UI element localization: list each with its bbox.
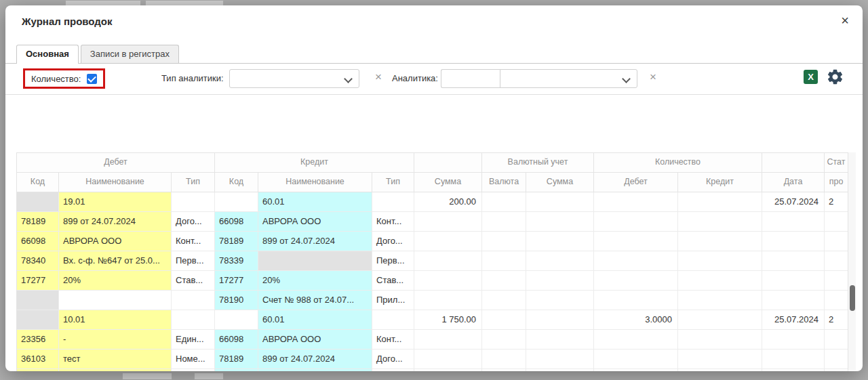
- table-cell[interactable]: [482, 271, 526, 291]
- tab-main[interactable]: Основная: [16, 45, 79, 64]
- table-cell[interactable]: Счет № 988 от 24.07...: [258, 291, 372, 310]
- table-cell[interactable]: 78189: [215, 350, 258, 369]
- table-cell[interactable]: [17, 291, 59, 310]
- table-cell[interactable]: 200.00: [414, 192, 482, 212]
- table-cell[interactable]: [526, 212, 594, 232]
- table-cell[interactable]: 66098: [215, 330, 258, 350]
- table-cell[interactable]: Дого...: [172, 212, 215, 232]
- table-row[interactable]: 7834278342 ПРХ №476 от 2...Парт...78340В…: [17, 369, 848, 371]
- table-cell[interactable]: [678, 192, 762, 212]
- table-cell[interactable]: 2: [825, 310, 848, 330]
- table-cell[interactable]: 10.01: [59, 310, 172, 330]
- table-cell[interactable]: [414, 350, 482, 369]
- table-cell[interactable]: [482, 232, 526, 251]
- table-row[interactable]: 78190Счет № 988 от 24.07...Прил...: [17, 291, 848, 310]
- table-cell[interactable]: 17277: [215, 271, 258, 291]
- table-cell[interactable]: [414, 369, 482, 371]
- table-cell[interactable]: [594, 291, 678, 310]
- table-cell[interactable]: [678, 271, 762, 291]
- table-row[interactable]: 36103тестНоме...78189899 от 24.07.2024До…: [17, 350, 848, 369]
- table-cell[interactable]: [594, 232, 678, 251]
- excel-export-button[interactable]: X: [804, 70, 818, 84]
- analytics-type-select[interactable]: [229, 69, 359, 88]
- vertical-scrollbar[interactable]: [848, 152, 856, 370]
- table-cell[interactable]: [414, 291, 482, 310]
- table-cell[interactable]: [825, 271, 848, 291]
- table-cell[interactable]: [678, 212, 762, 232]
- table-row[interactable]: 78340Вх. с-ф. №647 от 25.0...Перв...7833…: [17, 251, 848, 271]
- table-cell[interactable]: 78190: [215, 291, 258, 310]
- table-cell[interactable]: 3.0000: [594, 310, 678, 330]
- table-cell[interactable]: Став...: [372, 271, 414, 291]
- table-cell[interactable]: АВРОРА ООО: [59, 232, 172, 251]
- table-cell[interactable]: [594, 350, 678, 369]
- table-cell[interactable]: [215, 192, 258, 212]
- table-cell[interactable]: 78189: [17, 212, 59, 232]
- table-cell[interactable]: Парт...: [172, 369, 215, 371]
- table-cell[interactable]: [594, 251, 678, 271]
- table-cell[interactable]: 20%: [258, 271, 372, 291]
- table-cell[interactable]: 25.07.2024: [762, 192, 825, 212]
- table-cell[interactable]: Став...: [172, 271, 215, 291]
- table-cell[interactable]: 66098: [17, 232, 59, 251]
- table-cell[interactable]: Конт...: [372, 212, 414, 232]
- table-cell[interactable]: [825, 350, 848, 369]
- table-cell[interactable]: Конт...: [172, 232, 215, 251]
- table-cell[interactable]: [678, 232, 762, 251]
- table-cell[interactable]: [678, 291, 762, 310]
- quantity-checkbox[interactable]: [87, 74, 97, 84]
- table-cell[interactable]: [678, 350, 762, 369]
- table-cell[interactable]: 78342: [17, 369, 59, 371]
- table-cell[interactable]: 2: [825, 192, 848, 212]
- table-cell[interactable]: 78339: [215, 251, 258, 271]
- table-row[interactable]: 66098АВРОРА ОООКонт...78189899 от 24.07.…: [17, 232, 848, 251]
- table-cell[interactable]: АВРОРА ООО: [258, 330, 372, 350]
- table-cell[interactable]: [59, 291, 172, 310]
- tab-register-records[interactable]: Записи в регистрах: [81, 45, 179, 63]
- table-cell[interactable]: [526, 232, 594, 251]
- table-cell[interactable]: [594, 271, 678, 291]
- table-cell[interactable]: [526, 310, 594, 330]
- table-cell[interactable]: [482, 310, 526, 330]
- table-cell[interactable]: [215, 310, 258, 330]
- table-cell[interactable]: Дого...: [372, 232, 414, 251]
- table-cell[interactable]: [258, 251, 372, 271]
- table-cell[interactable]: [372, 192, 414, 212]
- analytics-input[interactable]: [441, 69, 500, 88]
- table-cell[interactable]: 899 от 24.07.2024: [258, 232, 372, 251]
- table-cell[interactable]: [678, 369, 762, 371]
- table-cell[interactable]: [678, 330, 762, 350]
- table-cell[interactable]: [762, 212, 825, 232]
- table-row[interactable]: 1727720%Став...1727720%Став...: [17, 271, 848, 291]
- table-cell[interactable]: 23356: [17, 330, 59, 350]
- table-row[interactable]: 10.0160.011 750.003.000025.07.20242: [17, 310, 848, 330]
- table-cell[interactable]: 17277: [17, 271, 59, 291]
- table-cell[interactable]: 899 от 24.07.2024: [59, 212, 172, 232]
- table-cell[interactable]: [526, 291, 594, 310]
- table-cell[interactable]: 78340: [215, 369, 258, 371]
- table-cell[interactable]: [414, 232, 482, 251]
- table-cell[interactable]: [526, 192, 594, 212]
- table-cell[interactable]: 19.01: [59, 192, 172, 212]
- table-cell[interactable]: [762, 330, 825, 350]
- table-cell[interactable]: [594, 212, 678, 232]
- table-cell[interactable]: [526, 251, 594, 271]
- table-cell[interactable]: [414, 330, 482, 350]
- table-cell[interactable]: 60.01: [258, 310, 372, 330]
- table-cell[interactable]: [372, 310, 414, 330]
- table-cell[interactable]: [594, 369, 678, 371]
- analytics-select[interactable]: [500, 69, 637, 88]
- table-cell[interactable]: Перв...: [172, 251, 215, 271]
- table-cell[interactable]: Прил...: [372, 291, 414, 310]
- settings-gear-icon[interactable]: [826, 68, 844, 86]
- table-cell[interactable]: [482, 251, 526, 271]
- table-cell[interactable]: [526, 369, 594, 371]
- table-cell[interactable]: [825, 212, 848, 232]
- table-cell[interactable]: 25.07.2024: [762, 310, 825, 330]
- table-cell[interactable]: [762, 350, 825, 369]
- table-cell[interactable]: [482, 350, 526, 369]
- table-cell[interactable]: Перв...: [372, 369, 414, 371]
- table-cell[interactable]: [825, 232, 848, 251]
- table-cell[interactable]: [594, 192, 678, 212]
- table-cell[interactable]: 78189: [215, 232, 258, 251]
